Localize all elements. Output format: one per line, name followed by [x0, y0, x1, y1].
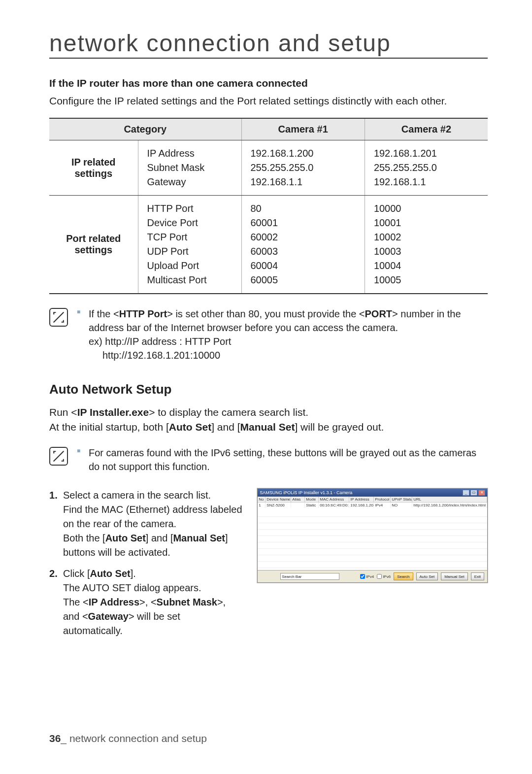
maximize-icon[interactable]: ▭ [470, 490, 477, 496]
table-row: IP related settings IP Address Subnet Ma… [49, 140, 488, 196]
auto-set-button[interactable]: Auto Set [416, 572, 438, 580]
rowhead-port: Port related settings [49, 196, 138, 294]
th-cam1: Camera #1 [241, 118, 365, 140]
search-bar[interactable]: Search Bar [280, 573, 339, 580]
auto-network-setup-body: Run <IP Installer.exe> to display the ca… [49, 405, 488, 434]
search-button[interactable]: Search [394, 572, 413, 580]
camera-grid[interactable]: No Device Name Alias Mode MAC Address IP… [258, 497, 487, 571]
if-router-heading: If the IP router has more than one camer… [49, 77, 488, 89]
auto-network-setup-heading: Auto Network Setup [49, 382, 488, 397]
if-router-body: Configure the IP related settings and th… [49, 94, 488, 108]
step-2: Click [Auto Set]. The AUTO SET dialog ap… [49, 567, 242, 638]
manual-set-button[interactable]: Manual Set [441, 572, 467, 580]
close-icon[interactable]: ✕ [478, 490, 485, 496]
table-row: Port related settings HTTP Port Device P… [49, 196, 488, 294]
note-ipv6: For cameras found with the IPv6 setting,… [77, 446, 488, 473]
ip-installer-window: SAMSUNG iPOLiS IP Installer v1.3.1 - Cam… [257, 488, 488, 583]
step-1: Select a camera in the search list. Find… [49, 488, 242, 560]
ipv4-checkbox[interactable]: IPv4 [360, 574, 374, 579]
minimize-icon[interactable]: _ [463, 490, 469, 496]
note-icon [49, 308, 68, 327]
titlebar: SAMSUNG iPOLiS IP Installer v1.3.1 - Cam… [258, 489, 487, 497]
rowhead-ip: IP related settings [49, 140, 138, 196]
note-icon [49, 447, 68, 466]
window-title: SAMSUNG iPOLiS IP Installer v1.3.1 - Cam… [260, 490, 352, 495]
table-row[interactable]: 1 SNZ-5200 Static 00:16:6C:49:D0:89 192.… [258, 503, 487, 508]
exit-button[interactable]: Exit [471, 572, 484, 580]
page-title: network connection and setup [49, 30, 488, 59]
page-footer: 36_ network connection and setup [49, 733, 207, 744]
th-category: Category [49, 118, 241, 140]
note-http-port: If the <HTTP Port> is set other than 80,… [77, 307, 488, 362]
th-cam2: Camera #2 [365, 118, 488, 140]
settings-table: Category Camera #1 Camera #2 IP related … [49, 118, 488, 294]
ipv6-checkbox[interactable]: IPv6 [377, 574, 391, 579]
